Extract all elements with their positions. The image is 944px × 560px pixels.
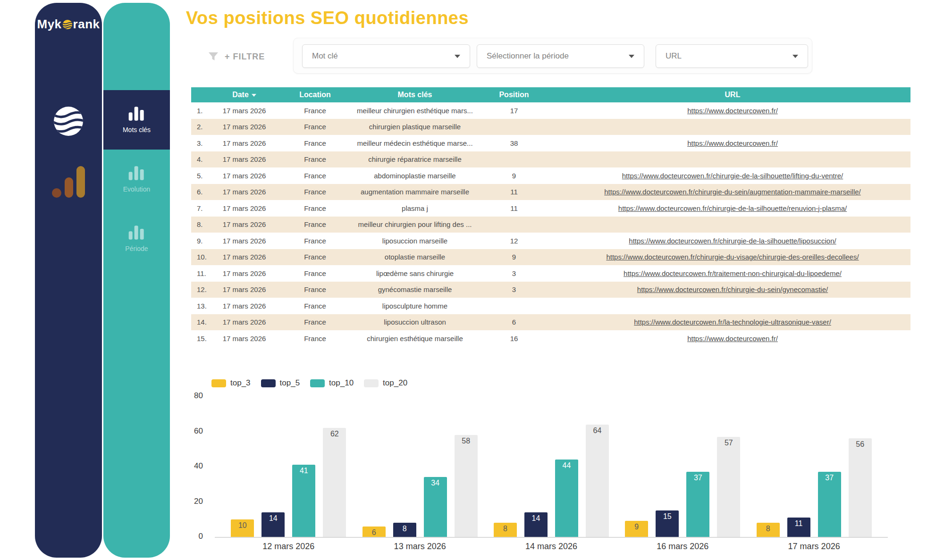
cell-index: 9. [191,237,215,245]
header-position[interactable]: Position [473,91,555,99]
seo-dashboard: Myk rank [0,0,944,560]
legend-swatch [310,379,325,387]
globe-nav-button[interactable] [35,106,102,137]
header-date[interactable]: Date [215,91,274,99]
filter-button[interactable]: + FILTRE [208,51,265,62]
cell-position: 3 [473,285,555,293]
bar-value-label: 9 [625,523,648,531]
positions-chart: 1014416212 mars 202668345813 mars 202681… [215,396,888,537]
bar-value-label: 15 [656,512,679,521]
cell-location: France [274,253,356,261]
legend-label: top_3 [230,378,251,388]
bar-top_20: 64 [586,425,609,537]
cell-location: France [274,220,356,228]
bar-group: 814446414 mars 2026 [494,396,609,537]
table-row: 2.17 mars 2026Francechirurgien plastique… [191,119,910,135]
filter-button-label: + FILTRE [225,52,265,62]
legend-item-top_10[interactable]: top_10 [310,378,354,388]
url-link[interactable]: https://www.docteurcowen.fr/ [687,139,778,147]
bar-value-label: 11 [787,519,810,528]
cell-date: 17 mars 2026 [215,172,274,180]
cell-position: 17 [473,107,555,115]
bar-value-label: 8 [757,525,780,533]
bar-value-label: 8 [494,525,517,533]
bar-group: 68345813 mars 2026 [362,396,478,537]
cell-index: 14. [191,318,215,326]
bar-value-label: 62 [323,430,346,438]
cell-url: https://www.docteurcowen.fr/chirurgie-du… [555,285,910,293]
cell-date: 17 mars 2026 [215,204,274,212]
nav-item-evolution[interactable]: Evolution [103,150,170,209]
period-dropdown[interactable]: Sélectionner la période [477,44,644,68]
bar-top_3: 8 [494,523,517,537]
legend-item-top_3[interactable]: top_3 [211,378,251,388]
cell-index: 11. [191,269,215,277]
cell-url: https://www.docteurcowen.fr/chirurgie-de… [555,172,910,180]
bar-chart-icon [128,225,145,240]
cell-index: 12. [191,285,215,293]
cell-location: France [274,318,356,326]
url-link[interactable]: https://www.docteurcowen.fr/chirurgie-de… [629,237,836,245]
cell-date: 17 mars 2026 [215,155,274,163]
legend-label: top_5 [280,378,300,388]
page-title: Vos positions SEO quotidiennes [186,8,469,28]
keyword-dropdown-value: Mot clé [312,51,338,61]
url-link[interactable]: https://www.docteurcowen.fr/la-technolog… [634,318,831,326]
cell-location: France [274,302,356,310]
bar-top_3: 9 [625,521,648,537]
bar-value-label: 64 [586,426,609,435]
x-axis-label: 12 mars 2026 [262,542,314,552]
keyword-dropdown[interactable]: Mot clé [302,44,470,68]
x-axis-label: 17 mars 2026 [788,542,840,552]
cell-location: France [274,334,356,343]
cell-position: 38 [473,139,555,147]
cell-index: 7. [191,204,215,212]
bar-chart-icon [128,166,145,181]
url-link[interactable]: https://www.docteurcowen.fr/chirurgie-du… [606,253,859,261]
header-url[interactable]: URL [555,91,910,99]
x-axis-label: 14 mars 2026 [525,542,577,552]
cell-index: 6. [191,188,215,196]
cell-keyword: augmentation mammaire marseille [356,188,473,196]
nav-item-mots-cles[interactable]: Mots clés [103,90,170,150]
table-row: 8.17 mars 2026Francemeilleur chirurgien … [191,217,910,233]
bar-value-label: 37 [818,474,841,482]
table-row: 13.17 mars 2026Franceliposculpture homme [191,298,910,314]
bar-top_10: 41 [292,465,315,537]
table-row: 4.17 mars 2026Francechirurgie réparatric… [191,151,910,168]
nav-item-label: Période [125,245,148,252]
url-link[interactable]: https://www.docteurcowen.fr/chirurgie-du… [604,188,861,196]
cell-location: France [274,172,356,180]
url-link[interactable]: https://www.docteurcowen.fr/chirurgie-du… [637,285,828,293]
header-location[interactable]: Location [274,91,356,99]
url-link[interactable]: https://www.docteurcowen.fr/ [687,334,778,343]
cell-keyword: otoplastie marseille [356,253,473,261]
url-link[interactable]: https://www.docteurcowen.fr/traitement-n… [624,269,842,277]
logo-text-prefix: Myk [37,17,62,32]
nav-item-periode[interactable]: Période [103,209,170,268]
cell-date: 17 mars 2026 [215,302,274,310]
url-link[interactable]: https://www.docteurcowen.fr/ [687,107,778,115]
header-keywords[interactable]: Mots clés [356,91,473,99]
x-axis-label: 13 mars 2026 [394,542,446,552]
legend-item-top_20[interactable]: top_20 [364,378,407,388]
nav-item-label: Mots clés [123,126,151,134]
sidebar-dark: Myk rank [35,3,102,558]
url-link[interactable]: https://www.docteurcowen.fr/chirurgie-de… [622,172,843,180]
url-link[interactable]: https://www.docteurcowen.fr/chirurgie-de… [618,204,847,212]
cell-keyword: meilleur chirurgien esthétique mars... [356,107,473,115]
cell-index: 2. [191,123,215,131]
legend-item-top_5[interactable]: top_5 [261,378,300,388]
cell-position: 11 [473,188,555,196]
analytics-nav-button[interactable] [35,164,102,198]
table-row: 5.17 mars 2026Franceabdominoplastie mars… [191,167,910,184]
bar-top_10: 37 [686,472,709,537]
table-row: 6.17 mars 2026Franceaugmentation mammair… [191,184,910,201]
bar-value-label: 44 [555,461,578,470]
cell-location: France [274,237,356,245]
cell-url: https://www.docteurcowen.fr/ [555,139,910,147]
cell-index: 15. [191,334,215,343]
bar-top_3: 6 [362,527,386,537]
url-dropdown[interactable]: URL [656,44,808,68]
cell-date: 17 mars 2026 [215,253,274,261]
